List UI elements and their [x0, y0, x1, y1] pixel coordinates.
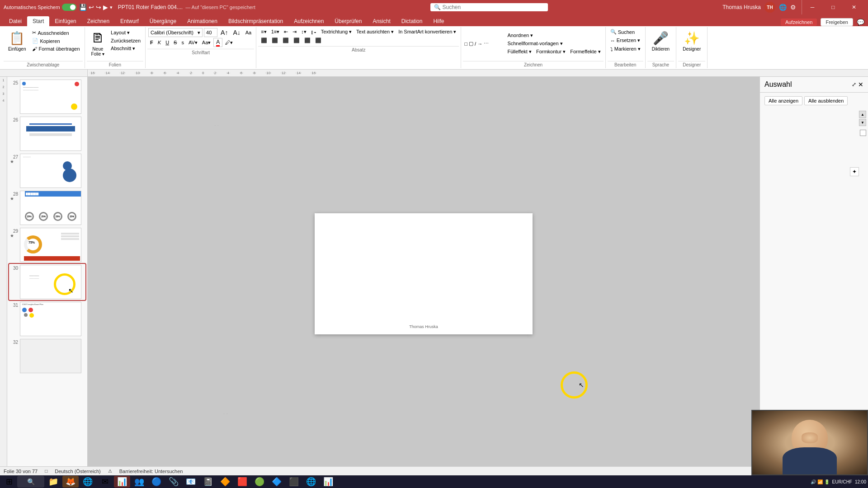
slide-item-28[interactable]: ★ 28 ████████ 25% 25% 25% 25% [9, 190, 85, 226]
redo-icon[interactable]: ↪ [96, 4, 101, 11]
italic-button[interactable]: K [156, 39, 163, 46]
text-color-box[interactable]: A [213, 38, 222, 47]
clear-format-button[interactable]: Aa [244, 29, 253, 36]
dropdown-icon[interactable]: ▾ [110, 5, 113, 10]
slide-item-25[interactable]: 25 ──────────── ──────────── [9, 79, 85, 115]
panel-close-icon[interactable]: ✕ [858, 81, 863, 88]
tab-hilfe[interactable]: Hilfe [428, 16, 449, 26]
taskbar-teams[interactable]: 👥 [131, 476, 147, 488]
slide-item-30[interactable]: 30 ↖ ────── ────── [9, 264, 85, 300]
windows-button[interactable]: ⊞ [2, 476, 16, 488]
ausschneiden-button[interactable]: ✂ Ausschneiden [30, 29, 81, 37]
panel-expand-icon[interactable]: ⤢ [852, 81, 856, 88]
shape-line[interactable]: / [474, 40, 476, 47]
text-case-button[interactable]: Aa▾ [200, 39, 212, 47]
smartart-button[interactable]: In SmartArt konvertieren ▾ [396, 28, 458, 36]
slide-item-27[interactable]: ★ 27 ────── [9, 153, 85, 189]
search-input[interactable] [443, 4, 542, 10]
bullets-button[interactable]: ≡▾ [259, 28, 268, 36]
numbering-button[interactable]: 1≡▾ [269, 28, 282, 36]
zuruecksetzen-button[interactable]: Zurücksetzen [109, 37, 142, 44]
search-taskbar-button[interactable]: 🔍 [17, 476, 44, 488]
record-button[interactable]: Aufzeichnen [781, 19, 817, 26]
show-all-button[interactable]: Alle anzeigen [764, 96, 802, 105]
neue-folie-button[interactable]: 🖹 NeueFolie ▾ [88, 29, 108, 58]
share-button[interactable]: Freigeben [821, 18, 853, 26]
taskbar-app7[interactable]: 📧 [183, 476, 199, 488]
strikethrough-button[interactable]: S [172, 39, 179, 46]
shadow-button[interactable]: s [179, 39, 186, 46]
align-center-button[interactable]: ⬛ [270, 37, 280, 44]
shape-rounded[interactable]: ▢ [468, 40, 474, 47]
kopieren-button[interactable]: 📄 Kopieren [30, 37, 81, 45]
shape-arrow[interactable]: → [477, 40, 483, 47]
taskbar-app6[interactable]: 📎 [165, 476, 182, 488]
layout-button[interactable]: Layout ▾ [109, 29, 142, 37]
share-icon[interactable]: 🌐 [779, 4, 787, 11]
markieren-button[interactable]: ⤵ Markieren ▾ [609, 45, 642, 53]
taskbar-firefox[interactable]: 🦊 [62, 476, 79, 488]
taskbar-app5[interactable]: 🔵 [148, 476, 165, 488]
tab-einfuegen[interactable]: Einfügen [49, 16, 81, 26]
align-left-button[interactable]: ⬛ [259, 37, 269, 44]
formeffekte-button[interactable]: Formeffekte ▾ [568, 48, 603, 56]
schnellformatvorlagen-button[interactable]: Schnellformat-vorlagen ▾ [505, 40, 602, 47]
font-size-input[interactable]: 40 [204, 28, 217, 37]
designer-button[interactable]: ✨ Designer [679, 29, 704, 53]
char-spacing-button[interactable]: AV▾ [187, 39, 199, 47]
minimize-button[interactable]: ─ [802, 0, 823, 14]
undo-icon[interactable]: ↩ [89, 4, 94, 11]
tab-animationen[interactable]: Animationen [182, 16, 223, 26]
increase-indent-button[interactable]: ⇥ [291, 28, 298, 36]
abschnitt-button[interactable]: Abschnitt ▾ [109, 45, 142, 52]
taskbar-files[interactable]: 📁 [45, 476, 61, 488]
text-align-button[interactable]: Text ausrichten ▾ [354, 28, 396, 36]
close-button[interactable]: ✕ [844, 0, 864, 14]
autosave-toggle[interactable]: Automatisches Speichern [4, 4, 76, 11]
decrease-font-button[interactable]: A↓ [231, 28, 242, 37]
taskbar-app11[interactable]: 🟢 [251, 476, 268, 488]
col-button[interactable]: ⬛ [302, 37, 312, 44]
formkontur-button[interactable]: Formkontur ▾ [534, 48, 567, 56]
ersetzen-button[interactable]: ↔ Ersetzen ▾ [609, 37, 642, 44]
shape-more[interactable]: ⋯ [483, 40, 489, 47]
slide-item-32[interactable]: 32 [9, 338, 85, 374]
taskbar-outlook[interactable]: ✉ [97, 476, 113, 488]
autosave-switch[interactable] [62, 4, 76, 11]
tab-zeichnen[interactable]: Zeichnen [82, 16, 115, 26]
slide-item-26[interactable]: 26 [9, 116, 85, 152]
tab-ansicht[interactable]: Ansicht [367, 16, 396, 26]
tab-start[interactable]: Start [27, 16, 49, 26]
bold-button[interactable]: F [148, 39, 155, 46]
taskbar-app13[interactable]: ⬛ [286, 476, 302, 488]
tab-ueberpruefen[interactable]: Überprüfen [329, 16, 367, 26]
taskbar-onenote[interactable]: 📓 [200, 476, 216, 488]
accessibility-status[interactable]: Barrierefreiheit: Untersuchen [119, 469, 183, 474]
justify-button[interactable]: ⬛ [292, 37, 302, 44]
save-icon[interactable]: 💾 [79, 4, 87, 11]
increase-font-button[interactable]: A↑ [219, 28, 230, 37]
slide-item-29[interactable]: ★ 29 75% [9, 227, 85, 263]
taskbar-excel[interactable]: 📊 [320, 476, 336, 488]
comment-icon[interactable]: 💬 [857, 19, 864, 26]
slide-item-31[interactable]: 31 CSGT Insights Board Plan [9, 301, 85, 337]
taskbar-app10[interactable]: 🟥 [234, 476, 250, 488]
settings-icon[interactable]: ⚙ [790, 4, 796, 11]
text-direction-button[interactable]: Textrichtung ▾ [319, 28, 354, 36]
decrease-indent-button[interactable]: ⇤ [282, 28, 290, 36]
tab-entwurf[interactable]: Entwurf [115, 16, 144, 26]
einfuegen-button[interactable]: 📋 Einfügen [5, 29, 29, 53]
para-spacing-button[interactable]: ⬛ [313, 37, 323, 44]
columns-button[interactable]: ⫿▾ [309, 28, 318, 36]
tab-bildschirmpraesenation[interactable]: Bildschirmpräsentation [223, 16, 288, 26]
taskbar-powerpoint[interactable]: 📊 [114, 476, 130, 488]
taskbar-app14[interactable]: 🌐 [303, 476, 319, 488]
taskbar-app9[interactable]: 🔶 [217, 476, 233, 488]
tab-datei[interactable]: Datei [4, 16, 27, 26]
scroll-down-arrow[interactable]: ▼ [859, 119, 866, 126]
fuelleffekt-button[interactable]: Fülleffekt ▾ [505, 48, 533, 56]
maximize-button[interactable]: □ [823, 0, 844, 14]
tab-dictation[interactable]: Dictation [396, 16, 428, 26]
designer-panel-icon[interactable]: ✦ [850, 167, 859, 176]
scroll-up-arrow[interactable]: ▲ [859, 111, 866, 118]
